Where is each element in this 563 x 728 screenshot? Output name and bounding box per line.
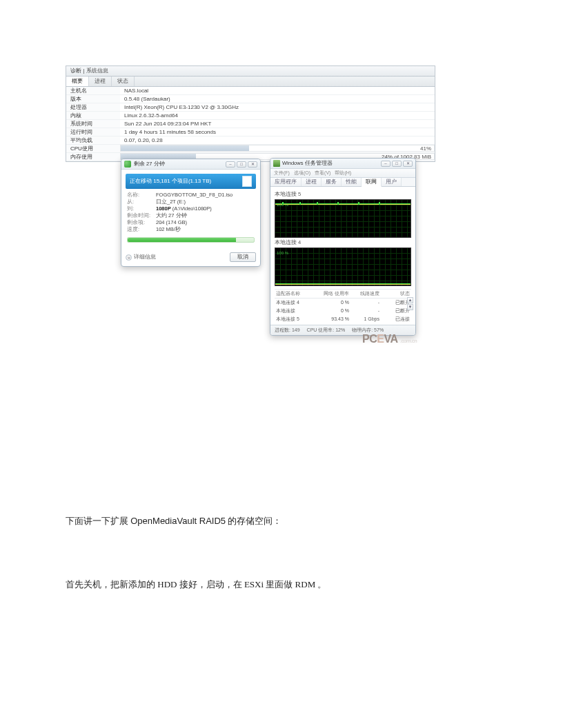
tab-processes[interactable]: 进程: [89, 77, 112, 86]
adapter-row[interactable]: 本地连接 4 0 % - 已断开: [275, 299, 411, 307]
taskmgr-statusbar: 进程数: 149 CPU 使用率: 12% 物理内存: 57%: [270, 325, 415, 335]
document-icon: [242, 176, 252, 187]
file-copy-window: 剩余 27 分钟 – □ ✕ 正在移动 15,181 个项目(1.13 TB) …: [121, 159, 261, 267]
taskmgr-body: 本地连接 5 100 % 本地连接 4 100 % 适配器名称 网络 使: [270, 187, 415, 325]
value-systime: Sun 22 Jun 2014 09:23:04 PM HKT: [120, 120, 435, 128]
label-kernel: 内核: [66, 112, 120, 119]
value-kernel: Linux 2.6.32-5-amd64: [120, 112, 435, 119]
value-version: 0.5.48 (Sardaukar): [120, 95, 435, 103]
close-button[interactable]: ✕: [248, 161, 257, 168]
tab-apps[interactable]: 应用程序: [270, 178, 302, 186]
tab-status[interactable]: 状态: [112, 77, 135, 86]
status-cpu: CPU 使用率: 12%: [307, 327, 346, 334]
row-cpuuse: CPU使用 41%: [66, 145, 435, 153]
label-systime: 系统时间: [66, 120, 120, 128]
copy-row-left: 剩余项:204 (174 GB): [127, 219, 255, 226]
cpu-usage-label: 41%: [420, 145, 431, 152]
status-mem: 物理内存: 57%: [352, 327, 384, 334]
adapter-row[interactable]: 本地连接 5 93.43 % 1 Gbps 已连接: [275, 315, 411, 323]
col-usage[interactable]: 网络 使用率: [316, 290, 350, 298]
breadcrumb: 诊断 | 系统信息: [66, 66, 435, 77]
copy-name: FOGGYBOTTOM_3D_F8_D1.iso: [156, 192, 255, 199]
tab-overview[interactable]: 概要: [66, 77, 89, 86]
cpu-usage-bar: 41%: [120, 145, 435, 152]
scroll-down-button[interactable]: ▼: [407, 304, 413, 310]
tab-network[interactable]: 联网: [362, 178, 382, 187]
copy-row-name: 名称:FOGGYBOTTOM_3D_F8_D1.iso: [127, 192, 255, 199]
tab-users[interactable]: 用户: [382, 178, 402, 186]
label-cpu: 处理器: [66, 103, 120, 111]
row-uptime: 运行时间 1 day 4 hours 11 minutes 58 seconds: [66, 128, 435, 136]
taskmgr-tabs: 应用程序 进程 服务 性能 联网 用户: [270, 178, 415, 187]
copy-from: 日立_2T (E:): [156, 199, 255, 205]
copy-banner-text: 正在移动 15,181 个项目(1.13 TB): [130, 178, 211, 185]
value-hostname: NAS.local: [120, 87, 435, 94]
taskmgr-titlebar: Windows 任务管理器 – □ ✕: [270, 159, 415, 169]
maximize-button[interactable]: □: [237, 161, 246, 168]
copy-row-speed: 速度:102 MB/秒: [127, 226, 255, 233]
cancel-button[interactable]: 取消: [230, 252, 256, 262]
row-version: 版本 0.5.48 (Sardaukar): [66, 95, 435, 103]
row-systime: 系统时间 Sun 22 Jun 2014 09:23:04 PM HKT: [66, 120, 435, 128]
taskmgr-title: Windows 任务管理器: [282, 160, 333, 167]
copy-title: 剩余 27 分钟: [134, 161, 165, 168]
tm-minimize-button[interactable]: –: [381, 161, 391, 167]
conn4-graph: 100 %: [275, 247, 411, 286]
conn4-label: 本地连接 4: [275, 239, 411, 246]
row-cpu: 处理器 Intel(R) Xeon(R) CPU E3-1230 V2 @ 3.…: [66, 103, 435, 112]
row-loadavg: 平均负载 0.07, 0.20, 0.28: [66, 136, 435, 145]
copy-banner: 正在移动 15,181 个项目(1.13 TB): [126, 174, 256, 189]
value-loadavg: 0.07, 0.20, 0.28: [120, 136, 435, 144]
copy-eta: 大约 27 分钟: [156, 212, 255, 219]
col-speed[interactable]: 线路速度: [350, 290, 381, 298]
label-version: 版本: [66, 95, 120, 103]
taskmgr-menubar: 文件(F) 选项(O) 查看(V) 帮助(H): [270, 169, 415, 178]
row-hostname: 主机名 NAS.local: [66, 87, 435, 95]
details-toggle[interactable]: ⌄ 详细信息: [126, 254, 156, 261]
copy-progress-fill: [128, 238, 236, 242]
tab-svcs[interactable]: 服务: [322, 178, 342, 186]
graph-scale-2: 100 %: [277, 250, 288, 256]
label-hostname: 主机名: [66, 87, 120, 94]
menu-view[interactable]: 查看(V): [315, 170, 330, 176]
menu-options[interactable]: 选项(O): [294, 170, 310, 176]
minimize-button[interactable]: –: [226, 161, 235, 168]
copy-row-eta: 剩余时间:大约 27 分钟: [127, 212, 255, 219]
conn4-line-yellow: [275, 284, 411, 285]
system-info-panel: 诊断 | 系统信息 概要 进程 状态 主机名 NAS.local 版本 0.5.…: [66, 65, 435, 162]
chevron-down-icon: ⌄: [126, 254, 132, 261]
label-loadavg: 平均负载: [66, 136, 120, 144]
article-body: 下面讲一下扩展 OpenMediaVault RAID5 的存储空间： 首先关机…: [66, 514, 438, 592]
value-uptime: 1 day 4 hours 11 minutes 58 seconds: [120, 128, 435, 136]
tm-close-button[interactable]: ✕: [403, 161, 413, 167]
label-memuse: 内存使用: [66, 153, 120, 161]
copy-left: 204 (174 GB): [156, 219, 255, 226]
copy-row-from: 从:日立_2T (E:): [127, 199, 255, 205]
row-kernel: 内核 Linux 2.6.32-5-amd64: [66, 112, 435, 120]
tm-maximize-button[interactable]: □: [392, 161, 402, 167]
tab-procs[interactable]: 进程: [302, 178, 322, 186]
status-procs: 进程数: 149: [275, 327, 300, 334]
adapter-table-header: 适配器名称 网络 使用率 线路速度 状态: [275, 289, 411, 299]
col-name[interactable]: 适配器名称: [275, 290, 316, 298]
cpu-usage-fill: [121, 145, 249, 151]
recycle-icon: [124, 161, 131, 168]
value-cpu: Intel(R) Xeon(R) CPU E3-1230 V2 @ 3.30GH…: [120, 103, 435, 111]
tab-perf[interactable]: 性能: [342, 178, 362, 186]
task-manager-window: Windows 任务管理器 – □ ✕ 文件(F) 选项(O) 查看(V) 帮助…: [270, 158, 416, 336]
taskmgr-icon: [273, 160, 280, 167]
menu-file[interactable]: 文件(F): [274, 170, 290, 176]
sysinfo-tabs: 概要 进程 状态: [66, 77, 435, 87]
conn5-label: 本地连接 5: [275, 191, 411, 198]
copy-titlebar: 剩余 27 分钟 – □ ✕: [121, 159, 260, 170]
conn5-graph: 100 %: [275, 199, 411, 238]
paragraph-2: 首先关机，把新添加的 HDD 接好，启动，在 ESXi 里面做 RDM 。: [66, 577, 438, 592]
copy-to: 1080P (A:\Video\1080P): [156, 205, 255, 212]
scroll-up-button[interactable]: ▲: [407, 297, 413, 303]
adapter-row[interactable]: 本地连接 0 % - 已断开: [275, 307, 411, 315]
label-cpuuse: CPU使用: [66, 145, 120, 152]
copy-speed: 102 MB/秒: [156, 226, 255, 233]
menu-help[interactable]: 帮助(H): [335, 170, 351, 176]
conn5-line-yellow: [275, 204, 411, 205]
paragraph-1: 下面讲一下扩展 OpenMediaVault RAID5 的存储空间：: [66, 514, 438, 529]
